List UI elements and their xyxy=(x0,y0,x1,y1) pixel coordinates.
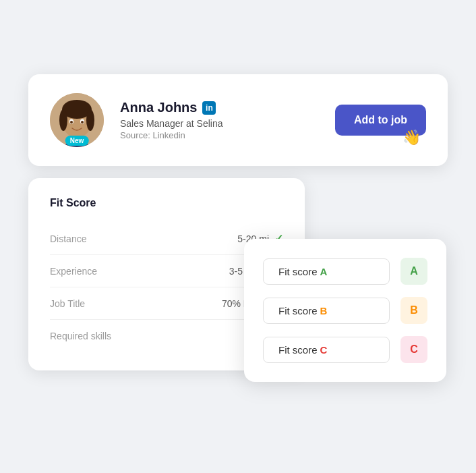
candidate-title: Sales Manager at Selina xyxy=(120,118,319,129)
svg-point-10 xyxy=(81,121,84,123)
score-letter-a: A xyxy=(320,266,328,277)
new-badge: New xyxy=(65,136,89,146)
candidate-name-row: Anna Johns in xyxy=(120,100,319,115)
candidate-source: Source: Linkedin xyxy=(120,130,319,140)
add-to-job-button[interactable]: Add to job 👋 xyxy=(335,105,426,136)
score-badge-c: C xyxy=(400,336,427,363)
score-label-box-a: Fit score A xyxy=(263,258,390,285)
svg-point-5 xyxy=(59,109,67,131)
candidate-card: New Anna Johns in Sales Manager at Selin… xyxy=(28,74,448,166)
avatar-wrap: New xyxy=(50,93,104,147)
score-badge-a: A xyxy=(400,258,427,285)
score-label-box-b: Fit score B xyxy=(263,298,390,324)
svg-point-6 xyxy=(86,109,94,131)
linkedin-icon: in xyxy=(202,101,216,115)
fit-label-jobtitle: Job Title xyxy=(50,298,138,309)
fit-label-distance: Distance xyxy=(50,233,138,244)
fit-label-skills: Required skills xyxy=(50,331,138,341)
score-row-c: Fit score C C xyxy=(263,336,427,363)
score-badge-b: B xyxy=(400,297,427,324)
score-row-b: Fit score B B xyxy=(263,297,427,324)
candidate-name: Anna Johns xyxy=(120,100,197,115)
fit-score-title: Fit Score xyxy=(50,197,283,209)
cursor-icon: 👋 xyxy=(403,129,421,146)
fit-label-experience: Experience xyxy=(50,266,138,277)
score-label-text-b: Fit score xyxy=(278,305,318,316)
candidate-info: Anna Johns in Sales Manager at Selina So… xyxy=(120,100,319,140)
score-letter-c: C xyxy=(320,344,328,356)
score-row-a: Fit score A A xyxy=(263,258,427,285)
score-legend-card: Fit score A A Fit score B B Fit score C … xyxy=(244,239,446,382)
score-letter-b: B xyxy=(320,305,328,316)
score-label-box-c: Fit score C xyxy=(263,337,390,363)
score-label-text-a: Fit score xyxy=(278,266,318,277)
score-label-text-c: Fit score xyxy=(278,344,318,356)
svg-point-9 xyxy=(70,121,73,123)
